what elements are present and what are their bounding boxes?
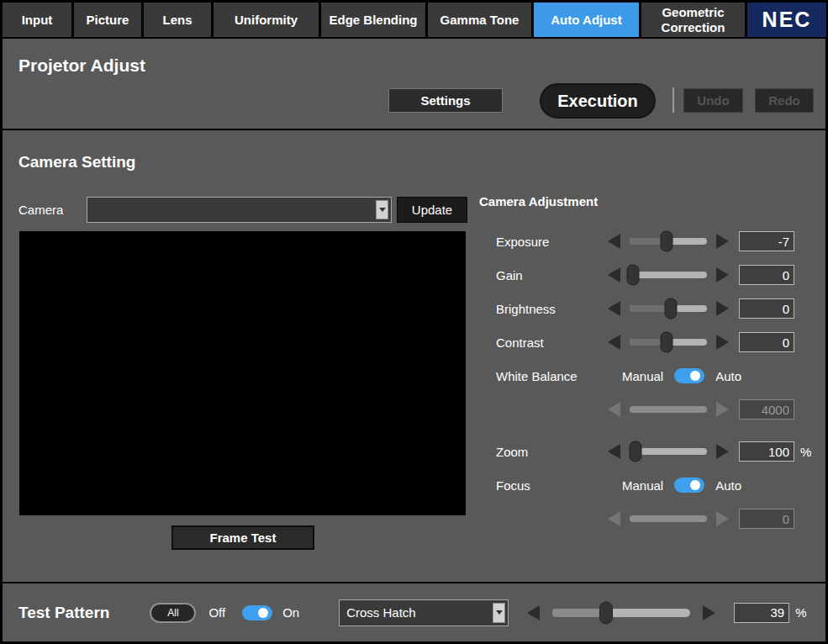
camera-label: Camera <box>18 197 63 223</box>
undo-button: Undo <box>683 88 743 113</box>
test-pattern-value-input[interactable] <box>734 603 789 623</box>
execution-button[interactable]: Execution <box>540 83 656 119</box>
zoom-value-input[interactable] <box>739 441 794 462</box>
white-balance-increase-arrow-icon <box>716 402 729 417</box>
focus-slider-row <box>496 502 815 536</box>
header-divider <box>672 87 674 113</box>
white-balance-auto-label: Auto <box>715 369 741 383</box>
focus-row: Focus Manual Auto <box>496 468 815 502</box>
test-pattern-title: Test Pattern <box>18 604 109 622</box>
focus-toggle[interactable] <box>674 478 704 493</box>
brightness-label: Brightness <box>496 302 608 316</box>
zoom-label: Zoom <box>496 445 608 459</box>
test-pattern-slider[interactable] <box>552 609 690 617</box>
exposure-slider[interactable] <box>630 238 707 245</box>
header: Projetor Adjust Settings Execution Undo … <box>3 39 825 129</box>
test-pattern-off-label: Off <box>208 605 225 620</box>
brightness-increase-arrow-icon[interactable] <box>716 301 729 316</box>
gain-label: Gain <box>496 268 608 282</box>
settings-button[interactable]: Settings <box>388 88 503 113</box>
zoom-decrease-arrow-icon[interactable] <box>608 444 620 459</box>
page-title: Projetor Adjust <box>18 55 145 76</box>
test-pattern-dropdown-arrow-icon[interactable] <box>493 603 505 623</box>
gain-increase-arrow-icon[interactable] <box>716 267 729 282</box>
test-pattern-slider-thumb[interactable] <box>599 601 613 624</box>
contrast-slider[interactable] <box>630 339 707 346</box>
test-pattern-toggle-knob <box>258 608 268 618</box>
focus-label: Focus <box>496 478 608 493</box>
test-pattern-percent-suffix: % <box>795 605 806 620</box>
exposure-increase-arrow-icon[interactable] <box>716 234 729 249</box>
camera-setting-section: Camera Setting Camera Update Frame Test … <box>3 130 825 582</box>
brightness-value-input[interactable] <box>739 298 794 319</box>
camera-dropdown-arrow-icon[interactable] <box>376 200 388 219</box>
focus-increase-arrow-icon <box>716 511 729 526</box>
contrast-label: Contrast <box>496 335 608 350</box>
test-pattern-section: Test Pattern All Off On Cross Hatch % <box>3 583 825 641</box>
redo-button: Redo <box>755 88 814 113</box>
gain-slider-thumb[interactable] <box>626 265 639 286</box>
camera-setting-title: Camera Setting <box>18 153 135 172</box>
tab-auto-adjust[interactable]: Auto Adjust <box>534 3 639 37</box>
tab-geometric-correction[interactable]: Geometric Correction <box>641 3 745 37</box>
camera-select[interactable] <box>87 197 392 223</box>
zoom-row: Zoom % <box>496 435 815 468</box>
test-pattern-select[interactable]: Cross Hatch <box>339 599 509 626</box>
contrast-increase-arrow-icon[interactable] <box>716 335 729 350</box>
white-balance-toggle-knob <box>690 371 700 381</box>
tab-gamma-tone[interactable]: Gamma Tone <box>428 3 531 37</box>
exposure-row: Exposure <box>496 224 815 258</box>
focus-auto-label: Auto <box>715 478 741 493</box>
tab-picture[interactable]: Picture <box>74 3 141 37</box>
test-pattern-all-button[interactable]: All <box>150 603 196 623</box>
exposure-value-input[interactable] <box>739 231 794 251</box>
exposure-label: Exposure <box>496 235 608 249</box>
white-balance-decrease-arrow-icon <box>608 402 620 417</box>
projector-adjust-window: Input Picture Lens Uniformity Edge Blend… <box>0 0 828 644</box>
focus-value-input <box>739 509 794 529</box>
white-balance-slider <box>630 406 707 413</box>
contrast-value-input[interactable] <box>739 332 794 352</box>
brightness-slider[interactable] <box>630 305 707 312</box>
brightness-slider-thumb[interactable] <box>664 298 677 319</box>
focus-slider <box>630 515 707 522</box>
contrast-row: Contrast <box>496 325 815 359</box>
camera-adjustment-title: Camera Adjustment <box>479 194 598 209</box>
zoom-slider-thumb[interactable] <box>630 441 642 462</box>
focus-toggle-knob <box>690 480 700 490</box>
contrast-slider-thumb[interactable] <box>661 332 673 353</box>
camera-preview <box>19 231 466 515</box>
test-pattern-select-value: Cross Hatch <box>340 605 493 620</box>
zoom-increase-arrow-icon[interactable] <box>716 444 729 459</box>
gain-row: Gain <box>496 258 815 292</box>
nec-logo: NEC <box>747 3 826 37</box>
tab-lens[interactable]: Lens <box>144 3 211 37</box>
white-balance-slider-row <box>496 393 815 426</box>
test-pattern-increase-arrow-icon[interactable] <box>703 605 715 620</box>
gain-value-input[interactable] <box>739 265 794 285</box>
update-button[interactable]: Update <box>397 197 467 223</box>
gain-slider[interactable] <box>630 272 707 278</box>
white-balance-row: White Balance Manual Auto <box>496 359 815 393</box>
exposure-slider-thumb[interactable] <box>661 231 673 252</box>
zoom-slider[interactable] <box>630 448 707 455</box>
gain-decrease-arrow-icon[interactable] <box>608 267 620 282</box>
focus-decrease-arrow-icon <box>608 511 620 526</box>
exposure-decrease-arrow-icon[interactable] <box>608 234 620 249</box>
white-balance-toggle[interactable] <box>674 368 704 383</box>
brightness-decrease-arrow-icon[interactable] <box>608 301 620 316</box>
test-pattern-decrease-arrow-icon[interactable] <box>527 605 540 620</box>
tab-uniformity[interactable]: Uniformity <box>214 3 319 37</box>
zoom-percent-suffix: % <box>800 445 811 459</box>
tab-input[interactable]: Input <box>3 3 71 37</box>
contrast-decrease-arrow-icon[interactable] <box>608 335 620 350</box>
white-balance-manual-label: Manual <box>622 369 663 383</box>
frame-test-button[interactable]: Frame Test <box>171 525 314 550</box>
test-pattern-on-label: On <box>282 605 299 620</box>
focus-manual-label: Manual <box>622 478 663 493</box>
brightness-row: Brightness <box>496 292 815 325</box>
test-pattern-toggle[interactable] <box>242 605 272 620</box>
white-balance-value-input <box>739 399 794 420</box>
tab-edge-blending[interactable]: Edge Blending <box>321 3 425 37</box>
white-balance-label: White Balance <box>496 369 608 383</box>
